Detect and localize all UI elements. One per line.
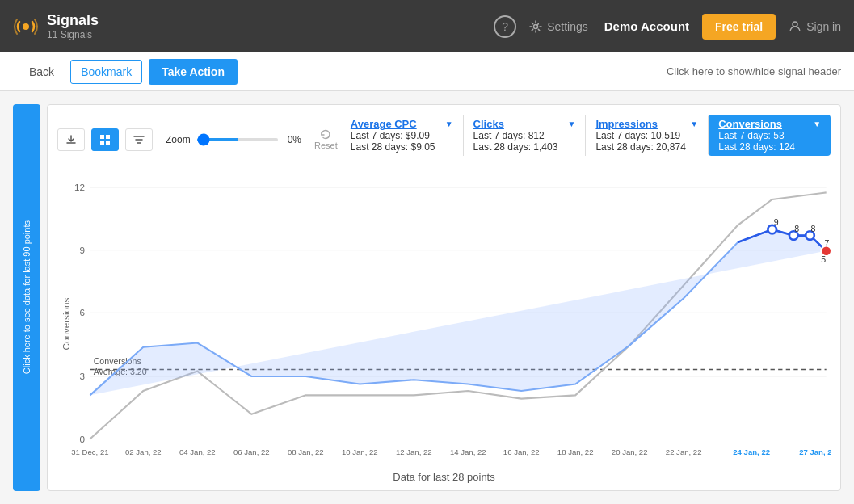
help-button[interactable]: ?	[494, 15, 516, 38]
svg-text:6: 6	[80, 308, 86, 318]
svg-text:12: 12	[74, 182, 85, 192]
signin-button[interactable]: Sign in	[789, 20, 841, 33]
svg-text:18 Jan, 22: 18 Jan, 22	[557, 447, 594, 456]
svg-text:10 Jan, 22: 10 Jan, 22	[342, 447, 378, 456]
grid-icon	[99, 133, 111, 146]
svg-rect-4	[106, 135, 110, 139]
main-content: Click here to see data for last 90 point…	[0, 91, 854, 504]
svg-text:8: 8	[794, 224, 799, 233]
demo-account-label: Demo Account	[604, 19, 689, 33]
zoom-slider[interactable]	[197, 138, 278, 141]
chart-controls: Zoom 0% Reset Average CPC ▼ Last 7 days:…	[57, 115, 831, 164]
bookmark-button[interactable]: Bookmark	[70, 60, 142, 84]
settings-icon	[529, 20, 542, 33]
back-button[interactable]: Back	[19, 61, 64, 83]
zoom-label: Zoom	[166, 134, 191, 145]
svg-text:22 Jan, 22: 22 Jan, 22	[666, 447, 702, 456]
logo: Signals 11 Signals	[13, 12, 126, 40]
svg-text:3: 3	[80, 371, 86, 381]
svg-text:16 Jan, 22: 16 Jan, 22	[503, 447, 540, 456]
chart-footer: Data for last 28 points	[57, 468, 831, 483]
free-trial-button[interactable]: Free trial	[702, 14, 776, 40]
svg-text:9: 9	[80, 245, 86, 255]
toolbar-hint: Click here to show/hide signal header	[667, 65, 841, 78]
signals-icon	[13, 14, 39, 40]
svg-text:20 Jan, 22: 20 Jan, 22	[612, 447, 648, 456]
reset-icon	[320, 129, 331, 141]
zoom-value: 0%	[288, 134, 301, 145]
metric-impressions[interactable]: Impressions ▼ Last 7 days: 10,519 Last 2…	[585, 115, 708, 156]
reset-button[interactable]: Reset	[314, 129, 338, 150]
svg-text:14 Jan, 22: 14 Jan, 22	[450, 447, 486, 456]
svg-point-2	[793, 22, 797, 27]
toolbar: Back Bookmark Take Action Click here to …	[0, 52, 854, 91]
svg-text:Conversions: Conversions	[61, 297, 71, 350]
svg-text:24 Jan, 22: 24 Jan, 22	[733, 447, 770, 456]
svg-text:02 Jan, 22: 02 Jan, 22	[125, 447, 162, 456]
metrics-row: Average CPC ▼ Last 7 days: $9.09 Last 28…	[351, 115, 831, 156]
chart-svg: 12 9 6 3 0 Conversions Average: 3.20	[57, 172, 831, 468]
svg-text:27 Jan, 22: 27 Jan, 22	[799, 447, 831, 456]
svg-rect-3	[100, 135, 104, 139]
app-title: Signals	[47, 12, 99, 29]
sidebar-toggle[interactable]: Click here to see data for last 90 point…	[13, 104, 40, 491]
reset-label: Reset	[314, 141, 338, 150]
svg-text:04 Jan, 22: 04 Jan, 22	[179, 447, 216, 456]
svg-text:12 Jan, 22: 12 Jan, 22	[396, 447, 432, 456]
header: Signals 11 Signals ? Settings Demo Accou…	[0, 0, 854, 52]
metric-avg-cpc[interactable]: Average CPC ▼ Last 7 days: $9.09 Last 28…	[351, 115, 463, 156]
svg-text:5: 5	[821, 254, 826, 264]
signal-count: 11 Signals	[47, 29, 99, 40]
svg-text:0: 0	[80, 434, 86, 444]
svg-point-0	[23, 23, 29, 30]
filter-icon	[133, 133, 145, 146]
metric-conversions[interactable]: Conversions ▼ Last 7 days: 53 Last 28 da…	[708, 115, 831, 156]
svg-text:9: 9	[774, 217, 779, 227]
take-action-button[interactable]: Take Action	[149, 59, 238, 85]
svg-text:08 Jan, 22: 08 Jan, 22	[288, 447, 324, 456]
chart-panel: Zoom 0% Reset Average CPC ▼ Last 7 days:…	[47, 104, 841, 491]
svg-rect-6	[106, 141, 110, 145]
user-icon	[789, 20, 801, 33]
download-button[interactable]	[57, 128, 85, 151]
chart-area: 12 9 6 3 0 Conversions Average: 3.20	[57, 172, 831, 468]
filter-button[interactable]	[125, 128, 153, 151]
download-icon	[65, 133, 78, 146]
svg-text:06 Jan, 22: 06 Jan, 22	[233, 447, 270, 456]
svg-text:31 Dec, 21: 31 Dec, 21	[71, 447, 108, 456]
settings-button[interactable]: Settings	[529, 20, 588, 33]
chart-footer-text: Data for last 28 points	[393, 471, 494, 483]
sidebar-label: Click here to see data for last 90 point…	[22, 220, 32, 374]
svg-text:8: 8	[811, 224, 816, 233]
svg-rect-5	[100, 141, 104, 145]
grid-button[interactable]	[91, 128, 119, 151]
metric-clicks[interactable]: Clicks ▼ Last 7 days: 812 Last 28 days: …	[463, 115, 586, 156]
